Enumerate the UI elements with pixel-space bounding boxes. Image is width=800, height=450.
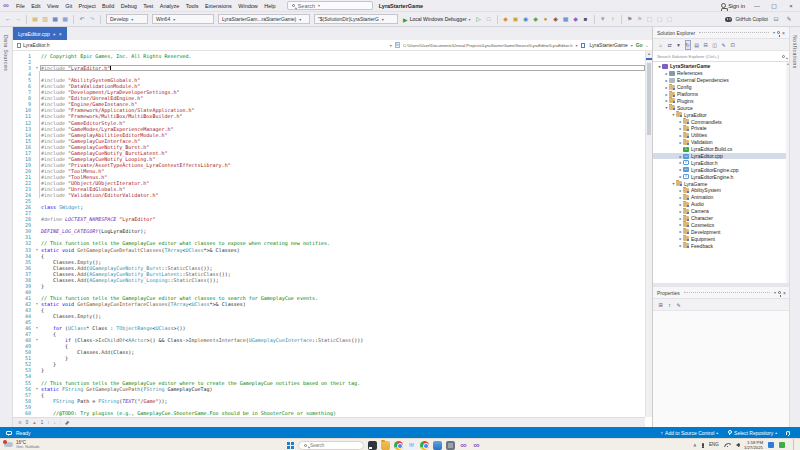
extensions-icon[interactable]: ◆ xyxy=(572,15,579,23)
app-visual-studio-icon[interactable] xyxy=(459,441,468,450)
database-icon[interactable]: ◆ xyxy=(552,15,559,23)
misc-tool-icon[interactable]: ■ xyxy=(582,15,589,23)
frame1-icon[interactable]: ▢ xyxy=(646,15,653,23)
notifications-bell-icon[interactable] xyxy=(786,431,790,435)
frame2-icon[interactable]: ▢ xyxy=(656,15,663,23)
tree-item-animation[interactable]: ▸Animation xyxy=(653,194,786,201)
data-sources-tab[interactable]: Data Sources xyxy=(3,35,9,71)
app-mail-icon[interactable] xyxy=(407,441,416,450)
tree-item-lyraeditor-cpp[interactable]: ▸++LyraEditor.cpp xyxy=(653,153,786,160)
maximize-button[interactable]: ▢ xyxy=(769,2,779,9)
tree-item-audio[interactable]: ▸Audio xyxy=(653,201,786,208)
tree-item-external-dependencies[interactable]: ▸External Dependencies xyxy=(653,77,786,84)
menu-analyze[interactable]: Analyze xyxy=(157,3,183,9)
menu-help[interactable]: Help xyxy=(261,3,279,9)
bookmark-next-icon[interactable]: ⚑ xyxy=(636,15,643,23)
tree-item-cosmetics[interactable]: ▸Cosmetics xyxy=(653,221,786,228)
code-editor[interactable]: 1// Copyright Epic Games, Inc. All Right… xyxy=(13,51,645,417)
sync-icon[interactable]: ↑ xyxy=(609,15,616,23)
frame3-icon[interactable]: ▢ xyxy=(666,15,673,23)
navigate-down-icon[interactable]: ▼ xyxy=(599,15,606,23)
notifications-tab[interactable]: Notifications xyxy=(792,35,798,69)
app-file-explorer-icon[interactable] xyxy=(381,441,390,450)
bookmark-icon[interactable]: ⚑ xyxy=(626,15,633,23)
tree-item-camera[interactable]: ▸Camera xyxy=(653,208,786,215)
menu-edit[interactable]: Edit xyxy=(28,3,44,9)
chevron-down-icon[interactable]: ▾ xyxy=(576,43,578,48)
clock[interactable]: 1:58 PM 1/27/2025 xyxy=(744,440,763,450)
close-icon[interactable]: × xyxy=(782,30,785,36)
debug-arguments-dropdown[interactable]: "$(SolutionDir)LyraStarterG▾ xyxy=(314,14,398,24)
redo-icon[interactable]: ↷ xyxy=(89,15,96,23)
tree-item-plugins[interactable]: ▸Plugins xyxy=(653,97,786,104)
tree-item-source[interactable]: ▾Source xyxy=(653,104,786,111)
app-utility-icon[interactable] xyxy=(446,441,455,450)
refresh-icon[interactable]: ▤ xyxy=(694,41,700,49)
app-terminal-icon[interactable] xyxy=(368,441,377,450)
wifi-icon[interactable] xyxy=(724,442,731,447)
menu-extensions[interactable]: Extensions xyxy=(202,3,235,9)
sync-with-active-document-icon[interactable]: ↻ xyxy=(685,40,691,50)
app-chrome-icon[interactable] xyxy=(394,441,403,450)
menu-file[interactable]: File xyxy=(13,3,28,9)
editor-scrollbar[interactable]: ▲ xyxy=(645,51,652,417)
profiler-icon[interactable]: ● xyxy=(542,15,549,23)
find-icon[interactable]: ◉ xyxy=(522,15,529,23)
start-button[interactable] xyxy=(287,442,294,449)
next-issue-icon[interactable]: ↓ xyxy=(54,420,56,425)
pin-icon[interactable] xyxy=(777,31,780,34)
tree-item-character[interactable]: ▸Character xyxy=(653,215,786,222)
window-position-icon[interactable]: ▾ xyxy=(773,30,775,35)
github-copilot-button[interactable]: GitHub Copilot ⊡ ✎ xyxy=(725,15,800,23)
title-search-box[interactable]: Search ▾ xyxy=(287,1,373,10)
tray-app-blue-icon[interactable] xyxy=(768,442,774,448)
menu-test[interactable]: Test xyxy=(140,3,156,9)
app-visual-studio-active-icon[interactable] xyxy=(472,441,481,450)
file-path[interactable]: C:\Users\User\Documents\Unreal Projects\… xyxy=(403,43,572,48)
categorized-icon[interactable]: ⊞ xyxy=(658,301,664,309)
project-context-dropdown[interactable]: LyraStarterGame xyxy=(590,42,628,48)
menu-debug[interactable]: Debug xyxy=(118,3,141,9)
open-file-icon[interactable]: ▥ xyxy=(42,15,49,23)
tree-item-config[interactable]: ▸Config xyxy=(653,84,786,91)
tree-item-lyraeditor-build-cs[interactable]: CLyraEditor.Build.cs xyxy=(653,146,786,153)
context-file[interactable]: LyraEditor.h xyxy=(23,42,50,48)
back-icon[interactable]: ← xyxy=(5,15,12,23)
run-without-debug-icon[interactable]: ▷ xyxy=(475,15,482,23)
tree-item-development[interactable]: ▸Development xyxy=(653,228,786,235)
microphone-icon[interactable] xyxy=(702,443,705,447)
close-icon[interactable]: × xyxy=(783,290,786,296)
add-to-source-control-button[interactable]: ↑Add to Source Control▴ xyxy=(661,430,718,436)
save-all-icon[interactable]: ▦ xyxy=(62,15,69,23)
tree-item-lyragame[interactable]: ▾LyraGame xyxy=(653,180,786,187)
tree-item-platforms[interactable]: ▸Platforms xyxy=(653,91,786,98)
grid-icon[interactable]: ▦ xyxy=(562,15,569,23)
solution-configuration-dropdown[interactable]: Develop▾ xyxy=(106,14,148,24)
menu-project[interactable]: Project xyxy=(75,3,99,9)
tray-app-green-icon[interactable] xyxy=(779,442,785,448)
start-debugging-button[interactable]: ▶ Local Windows Debugger ▾ xyxy=(403,16,471,23)
feedback-icon[interactable] xyxy=(6,431,12,435)
volume-icon[interactable] xyxy=(736,443,739,447)
home-icon[interactable]: ⌂ xyxy=(658,41,664,49)
minimize-button[interactable]: — xyxy=(752,3,762,9)
weather-widget[interactable]: 16°C Gen. Nublado xyxy=(0,440,70,450)
pin-icon[interactable]: + xyxy=(53,31,56,37)
startup-project-dropdown[interactable]: LyraStarterGam...raStarterGame)▾ xyxy=(218,14,310,24)
tree-item-abilitysystem[interactable]: ▸AbilitySystem xyxy=(653,187,786,194)
sign-in-button[interactable]: Sign in xyxy=(721,3,745,9)
chevron-down-icon[interactable]: ▾ xyxy=(631,43,633,48)
solution-platform-dropdown[interactable]: Win64▾ xyxy=(152,14,214,24)
pending-changes-filter-icon[interactable]: ▼ xyxy=(676,41,682,49)
feedback-icon[interactable]: ✎ xyxy=(786,15,793,23)
tree-item-lyraeditor[interactable]: ▾LyraEditor xyxy=(653,111,786,118)
app-chrome-2-icon[interactable] xyxy=(420,441,429,450)
tree-item-lyraeditorengine-h[interactable]: ▸hLyraEditorEngine.h xyxy=(653,173,786,180)
switch-views-icon[interactable]: ⇄ xyxy=(667,41,673,49)
close-icon[interactable]: × xyxy=(59,31,62,37)
build-selection-icon[interactable]: ▣ xyxy=(512,15,519,23)
menu-view[interactable]: View xyxy=(44,3,62,9)
go-button[interactable]: Go xyxy=(636,42,643,48)
taskbar-search[interactable]: Search xyxy=(298,441,364,450)
share-icon[interactable]: ⊡ xyxy=(773,15,780,23)
